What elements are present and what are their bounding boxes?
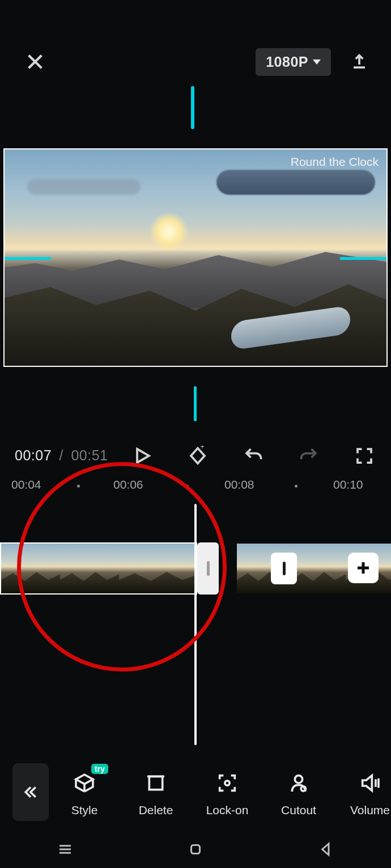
fullscreen-button[interactable]: [352, 443, 376, 469]
style-icon: [73, 772, 96, 794]
selected-clip[interactable]: [0, 542, 197, 595]
tool-label: Volume: [350, 803, 390, 817]
time-separator: /: [56, 447, 67, 463]
fullscreen-icon: [354, 446, 375, 466]
undo-icon: [243, 446, 264, 466]
home-icon: [187, 841, 204, 858]
ruler-mark: 00:08: [224, 478, 254, 491]
playhead[interactable]: [194, 504, 197, 745]
ruler-dot: [186, 485, 189, 488]
tool-volume[interactable]: Volume: [347, 771, 391, 817]
recents-icon: [57, 841, 74, 858]
plus-icon: [355, 559, 372, 576]
video-editor-screen: 1080P Round the Clock 00:07 / 00:51: [0, 0, 391, 868]
ruler-mark: 00:04: [11, 478, 41, 491]
tool-label: Style: [71, 803, 98, 817]
playback-controls: +: [130, 443, 376, 469]
tool-label: Cutout: [281, 803, 316, 817]
video-preview[interactable]: Round the Clock: [3, 148, 388, 367]
try-badge: try: [91, 764, 108, 774]
tool-list: try Style Delete Lock-on Cutout Volume: [61, 767, 391, 817]
guide-left: [5, 257, 51, 260]
svg-point-4: [301, 786, 305, 791]
play-icon: [132, 446, 152, 466]
watermark-text: Round the Clock: [291, 155, 379, 169]
export-button[interactable]: [349, 50, 369, 73]
close-button[interactable]: [24, 50, 46, 73]
tool-cutout[interactable]: Cutout: [275, 771, 322, 817]
center-marker-mid: [194, 386, 197, 421]
tool-delete[interactable]: Delete: [133, 771, 179, 817]
bottom-toolbar: try Style Delete Lock-on Cutout Volume: [0, 754, 391, 831]
undo-button[interactable]: [241, 443, 265, 469]
clip-thumbnail: [119, 544, 197, 593]
nav-recents[interactable]: [57, 841, 74, 860]
redo-button[interactable]: [297, 443, 321, 469]
timeline[interactable]: 00:04 00:06 00:08 00:10: [0, 474, 391, 741]
play-button[interactable]: [130, 443, 154, 469]
tool-label: Delete: [139, 803, 173, 817]
add-clip-button[interactable]: [348, 553, 379, 583]
tool-style[interactable]: try Style: [61, 771, 108, 817]
redo-icon: [299, 446, 319, 466]
svg-rect-5: [192, 845, 200, 854]
time-display: 00:07 / 00:51: [15, 447, 108, 464]
playback-row: 00:07 / 00:51 +: [0, 441, 391, 472]
export-icon: [351, 52, 368, 71]
delete-icon: [144, 772, 167, 794]
ruler-dot: [295, 485, 298, 488]
chevron-down-icon: [313, 59, 321, 65]
clip-thumbnail: [291, 544, 346, 593]
transition-icon: [283, 562, 286, 575]
svg-rect-1: [149, 776, 162, 789]
collapse-toolbar-button[interactable]: [12, 763, 49, 821]
transition-button[interactable]: [271, 553, 297, 584]
top-bar: 1080P: [0, 45, 391, 78]
clip-trim-handle[interactable]: [197, 542, 219, 595]
ruler-mark: 00:06: [113, 478, 143, 491]
svg-text:+: +: [201, 446, 205, 451]
cutout-icon: [287, 772, 310, 794]
center-marker-top: [191, 86, 194, 129]
keyframe-button[interactable]: +: [186, 443, 210, 469]
handle-grip-icon: [207, 561, 210, 576]
nav-back[interactable]: [317, 841, 334, 860]
lockon-icon: [216, 772, 239, 794]
resolution-label: 1080P: [266, 54, 308, 70]
back-icon: [317, 841, 334, 858]
total-time: 00:51: [71, 447, 108, 463]
preview-image: [5, 149, 386, 366]
clip-thumbnail: [1, 544, 60, 593]
nav-home[interactable]: [187, 841, 204, 860]
time-ruler: 00:04 00:06 00:08 00:10: [0, 474, 391, 495]
tool-label: Lock-on: [206, 803, 249, 817]
ruler-dot: [77, 485, 80, 488]
tool-lockon[interactable]: Lock-on: [204, 771, 250, 817]
guide-right: [340, 257, 386, 260]
close-icon: [26, 52, 45, 71]
volume-icon: [359, 772, 381, 794]
svg-point-2: [225, 781, 230, 785]
ruler-mark: 00:10: [333, 478, 363, 491]
svg-point-3: [295, 776, 302, 783]
keyframe-icon: +: [188, 446, 208, 466]
resolution-selector[interactable]: 1080P: [256, 48, 331, 76]
chevron-double-left-icon: [22, 784, 39, 801]
current-time: 00:07: [15, 447, 52, 463]
clip-thumbnail: [60, 544, 119, 593]
system-nav-bar: [0, 837, 391, 863]
